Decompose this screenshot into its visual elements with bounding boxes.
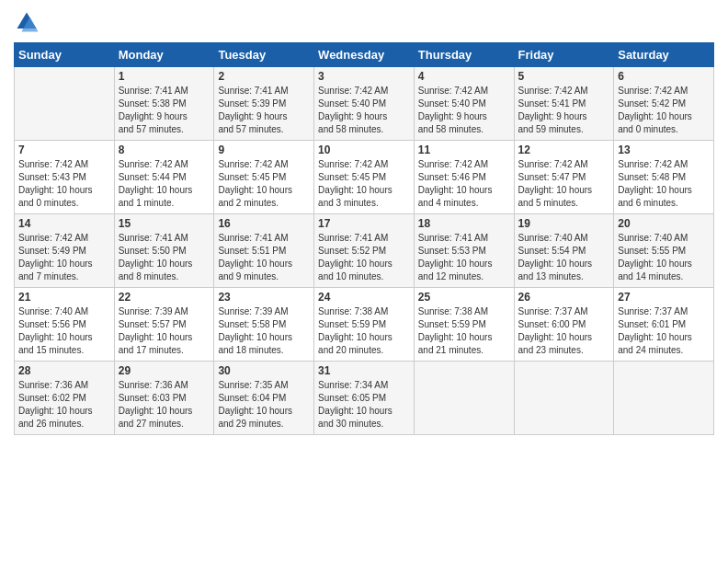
calendar-cell: 6Sunrise: 7:42 AM Sunset: 5:42 PM Daylig…	[614, 67, 714, 141]
day-info: Sunrise: 7:41 AM Sunset: 5:39 PM Dayligh…	[218, 85, 310, 136]
calendar-cell: 18Sunrise: 7:41 AM Sunset: 5:53 PM Dayli…	[414, 214, 514, 288]
calendar-header: SundayMondayTuesdayWednesdayThursdayFrid…	[15, 43, 714, 67]
day-info: Sunrise: 7:40 AM Sunset: 5:54 PM Dayligh…	[518, 232, 610, 283]
calendar-cell: 22Sunrise: 7:39 AM Sunset: 5:57 PM Dayli…	[114, 288, 214, 362]
day-info: Sunrise: 7:42 AM Sunset: 5:49 PM Dayligh…	[18, 232, 110, 283]
day-number: 16	[218, 217, 310, 230]
calendar-cell: 3Sunrise: 7:42 AM Sunset: 5:40 PM Daylig…	[314, 67, 415, 141]
day-info: Sunrise: 7:42 AM Sunset: 5:45 PM Dayligh…	[218, 158, 310, 210]
calendar-cell: 17Sunrise: 7:41 AM Sunset: 5:52 PM Dayli…	[314, 214, 415, 288]
calendar-cell	[414, 362, 514, 435]
day-info: Sunrise: 7:41 AM Sunset: 5:38 PM Dayligh…	[119, 85, 210, 136]
day-number: 11	[418, 144, 510, 156]
day-info: Sunrise: 7:37 AM Sunset: 6:00 PM Dayligh…	[518, 305, 610, 357]
day-info: Sunrise: 7:41 AM Sunset: 5:51 PM Dayligh…	[218, 232, 310, 283]
calendar-cell: 23Sunrise: 7:39 AM Sunset: 5:58 PM Dayli…	[214, 288, 314, 362]
calendar-cell: 21Sunrise: 7:40 AM Sunset: 5:56 PM Dayli…	[15, 288, 115, 362]
calendar-cell: 24Sunrise: 7:38 AM Sunset: 5:59 PM Dayli…	[314, 288, 415, 362]
calendar-cell: 28Sunrise: 7:36 AM Sunset: 6:02 PM Dayli…	[15, 362, 115, 435]
day-info: Sunrise: 7:42 AM Sunset: 5:44 PM Dayligh…	[119, 158, 210, 210]
calendar-cell: 15Sunrise: 7:41 AM Sunset: 5:50 PM Dayli…	[114, 214, 214, 288]
calendar-cell: 26Sunrise: 7:37 AM Sunset: 6:00 PM Dayli…	[514, 288, 614, 362]
day-number: 8	[119, 144, 210, 156]
day-info: Sunrise: 7:42 AM Sunset: 5:45 PM Dayligh…	[318, 158, 410, 210]
day-info: Sunrise: 7:39 AM Sunset: 5:58 PM Dayligh…	[218, 305, 310, 357]
day-number: 3	[318, 70, 410, 83]
calendar-cell: 14Sunrise: 7:42 AM Sunset: 5:49 PM Dayli…	[15, 214, 115, 288]
day-number: 21	[18, 291, 110, 304]
calendar-cell: 27Sunrise: 7:37 AM Sunset: 6:01 PM Dayli…	[614, 288, 714, 362]
calendar-cell: 11Sunrise: 7:42 AM Sunset: 5:46 PM Dayli…	[414, 141, 514, 214]
logo-icon	[14, 9, 40, 35]
calendar-cell	[15, 67, 115, 141]
day-info: Sunrise: 7:41 AM Sunset: 5:50 PM Dayligh…	[119, 232, 210, 283]
logo	[14, 9, 43, 35]
day-number: 9	[218, 144, 310, 156]
day-number: 4	[418, 70, 510, 83]
day-number: 20	[618, 217, 710, 230]
calendar-cell: 16Sunrise: 7:41 AM Sunset: 5:51 PM Dayli…	[214, 214, 314, 288]
calendar-week-row: 28Sunrise: 7:36 AM Sunset: 6:02 PM Dayli…	[15, 362, 714, 435]
day-number: 27	[618, 291, 710, 304]
page-header	[14, 9, 714, 35]
calendar-cell: 9Sunrise: 7:42 AM Sunset: 5:45 PM Daylig…	[214, 141, 314, 214]
day-number: 29	[119, 364, 210, 377]
header-row: SundayMondayTuesdayWednesdayThursdayFrid…	[15, 43, 714, 67]
calendar-cell: 4Sunrise: 7:42 AM Sunset: 5:40 PM Daylig…	[414, 67, 514, 141]
calendar-body: 1Sunrise: 7:41 AM Sunset: 5:38 PM Daylig…	[15, 67, 714, 435]
day-number: 12	[518, 144, 610, 156]
day-info: Sunrise: 7:41 AM Sunset: 5:52 PM Dayligh…	[318, 232, 410, 283]
day-number: 6	[618, 70, 710, 83]
day-info: Sunrise: 7:42 AM Sunset: 5:40 PM Dayligh…	[418, 85, 510, 136]
day-number: 2	[218, 70, 310, 83]
day-info: Sunrise: 7:38 AM Sunset: 5:59 PM Dayligh…	[418, 305, 510, 357]
day-info: Sunrise: 7:42 AM Sunset: 5:47 PM Dayligh…	[518, 158, 610, 210]
calendar-cell	[614, 362, 714, 435]
weekday-header: Saturday	[614, 43, 714, 67]
day-number: 18	[418, 217, 510, 230]
day-info: Sunrise: 7:36 AM Sunset: 6:02 PM Dayligh…	[18, 379, 110, 431]
calendar-cell: 31Sunrise: 7:34 AM Sunset: 6:05 PM Dayli…	[314, 362, 415, 435]
day-info: Sunrise: 7:39 AM Sunset: 5:57 PM Dayligh…	[119, 305, 210, 357]
day-number: 5	[518, 70, 610, 83]
calendar-cell: 7Sunrise: 7:42 AM Sunset: 5:43 PM Daylig…	[15, 141, 115, 214]
day-number: 15	[119, 217, 210, 230]
day-info: Sunrise: 7:42 AM Sunset: 5:48 PM Dayligh…	[618, 158, 710, 210]
calendar-cell: 2Sunrise: 7:41 AM Sunset: 5:39 PM Daylig…	[214, 67, 314, 141]
calendar-cell: 8Sunrise: 7:42 AM Sunset: 5:44 PM Daylig…	[114, 141, 214, 214]
weekday-header: Thursday	[414, 43, 514, 67]
calendar-cell: 29Sunrise: 7:36 AM Sunset: 6:03 PM Dayli…	[114, 362, 214, 435]
calendar-table: SundayMondayTuesdayWednesdayThursdayFrid…	[14, 42, 714, 435]
calendar-cell: 25Sunrise: 7:38 AM Sunset: 5:59 PM Dayli…	[414, 288, 514, 362]
day-info: Sunrise: 7:42 AM Sunset: 5:40 PM Dayligh…	[318, 85, 410, 136]
day-number: 23	[218, 291, 310, 304]
calendar-week-row: 7Sunrise: 7:42 AM Sunset: 5:43 PM Daylig…	[15, 141, 714, 214]
weekday-header: Sunday	[15, 43, 115, 67]
day-info: Sunrise: 7:42 AM Sunset: 5:46 PM Dayligh…	[418, 158, 510, 210]
calendar-week-row: 21Sunrise: 7:40 AM Sunset: 5:56 PM Dayli…	[15, 288, 714, 362]
calendar-cell: 19Sunrise: 7:40 AM Sunset: 5:54 PM Dayli…	[514, 214, 614, 288]
day-info: Sunrise: 7:38 AM Sunset: 5:59 PM Dayligh…	[318, 305, 410, 357]
calendar-cell: 30Sunrise: 7:35 AM Sunset: 6:04 PM Dayli…	[214, 362, 314, 435]
day-number: 26	[518, 291, 610, 304]
day-number: 1	[119, 70, 210, 83]
day-info: Sunrise: 7:40 AM Sunset: 5:55 PM Dayligh…	[618, 232, 710, 283]
day-info: Sunrise: 7:34 AM Sunset: 6:05 PM Dayligh…	[318, 379, 410, 431]
day-number: 17	[318, 217, 410, 230]
calendar-cell: 13Sunrise: 7:42 AM Sunset: 5:48 PM Dayli…	[614, 141, 714, 214]
day-number: 30	[218, 364, 310, 377]
day-number: 10	[318, 144, 410, 156]
calendar-cell: 12Sunrise: 7:42 AM Sunset: 5:47 PM Dayli…	[514, 141, 614, 214]
day-number: 25	[418, 291, 510, 304]
day-info: Sunrise: 7:42 AM Sunset: 5:42 PM Dayligh…	[618, 85, 710, 136]
calendar-week-row: 1Sunrise: 7:41 AM Sunset: 5:38 PM Daylig…	[15, 67, 714, 141]
calendar-week-row: 14Sunrise: 7:42 AM Sunset: 5:49 PM Dayli…	[15, 214, 714, 288]
calendar-cell	[514, 362, 614, 435]
day-info: Sunrise: 7:42 AM Sunset: 5:43 PM Dayligh…	[18, 158, 110, 210]
day-number: 28	[18, 364, 110, 377]
day-info: Sunrise: 7:41 AM Sunset: 5:53 PM Dayligh…	[418, 232, 510, 283]
day-info: Sunrise: 7:37 AM Sunset: 6:01 PM Dayligh…	[618, 305, 710, 357]
weekday-header: Monday	[114, 43, 214, 67]
weekday-header: Wednesday	[314, 43, 415, 67]
day-number: 22	[119, 291, 210, 304]
